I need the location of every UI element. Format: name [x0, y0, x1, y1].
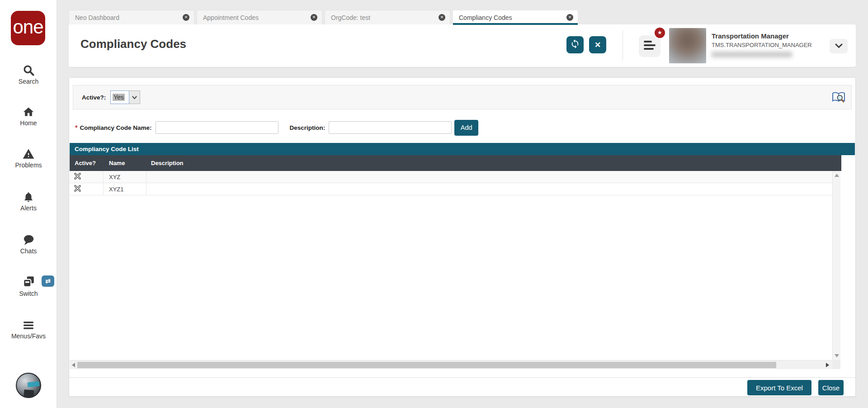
sidebar-item-search[interactable]: Search	[0, 64, 57, 85]
tab-orgcode-test[interactable]: OrgCode: test ✕	[325, 10, 450, 24]
name-cell: XYZ1	[104, 183, 146, 195]
description-cell	[146, 171, 832, 183]
export-to-excel-button[interactable]: Export To Excel	[747, 380, 811, 395]
assistant-avatar[interactable]	[16, 373, 41, 398]
tab-label: OrgCode: test	[331, 14, 370, 21]
scroll-left-arrow[interactable]	[72, 363, 75, 367]
sidebar-item-label: Menus/Favs	[0, 332, 57, 340]
active-filter-select[interactable]: Yes	[110, 90, 140, 104]
active-cell	[70, 171, 104, 183]
scroll-down-arrow[interactable]	[835, 354, 839, 357]
filter-bar: Active?: Yes	[73, 85, 852, 109]
active-filter-label: Active?:	[82, 94, 106, 101]
active-filter-value-box: Yes	[110, 90, 129, 104]
book-search-icon	[832, 98, 845, 105]
warning-icon	[0, 148, 57, 160]
grid-title-bar: Compliancy Code List	[70, 143, 855, 155]
swap-arrows-icon: ⇄	[45, 277, 51, 285]
close-screen-button[interactable]: ✕	[589, 36, 606, 53]
add-code-form: * Compliancy Code Name: Description: Add	[75, 119, 478, 136]
robot-base	[24, 389, 34, 397]
sidebar: one Search Home Problems Alerts Chats Sw…	[0, 0, 57, 408]
sidebar-item-chats[interactable]: Chats	[0, 234, 57, 255]
code-name-label: Compliancy Code Name:	[80, 124, 151, 131]
tab-label: Neo Dashboard	[75, 14, 119, 21]
grid-header-row: Active? Name Description	[70, 155, 841, 171]
horizontal-scrollbar[interactable]	[70, 360, 832, 369]
sidebar-item-label: Home	[0, 119, 57, 127]
scroll-up-arrow[interactable]	[835, 174, 839, 177]
page-title: Compliancy Codes	[80, 37, 186, 51]
scroll-right-arrow[interactable]	[826, 363, 829, 367]
page-header: Compliancy Codes ✕ ★ Transportation Mana…	[69, 24, 856, 67]
chevron-down-icon	[132, 93, 137, 101]
sidebar-item-label: Search	[0, 78, 57, 85]
user-role: TMS.TRANSPORTATION_MANAGER	[712, 42, 812, 48]
switch-swap-badge[interactable]: ⇄	[42, 275, 54, 287]
sidebar-item-alerts[interactable]: Alerts	[0, 191, 57, 212]
favorites-star-badge: ★	[654, 27, 666, 39]
tab-appointment-codes[interactable]: Appointment Codes ✕	[197, 10, 322, 24]
tab-neo-dashboard[interactable]: Neo Dashboard ✕	[69, 10, 194, 24]
description-label: Description:	[290, 124, 326, 131]
hamburger-icon	[0, 319, 57, 331]
add-button[interactable]: Add	[454, 120, 478, 136]
active-cell	[70, 183, 104, 195]
description-input[interactable]	[329, 121, 452, 134]
column-header-name[interactable]: Name	[104, 160, 146, 166]
tab-label: Compliancy Codes	[459, 14, 512, 21]
tab-bar: Neo Dashboard ✕ Appointment Codes ✕ OrgC…	[69, 10, 578, 24]
tab-close-icon[interactable]: ✕	[566, 14, 573, 21]
sidebar-item-label: Switch	[0, 290, 57, 297]
star-icon: ★	[657, 29, 662, 36]
table-row[interactable]: XYZ	[70, 171, 832, 183]
description-cell	[146, 183, 832, 195]
column-header-active[interactable]: Active?	[70, 160, 104, 166]
sidebar-item-problems[interactable]: Problems	[0, 148, 57, 169]
code-name-input[interactable]	[156, 121, 278, 134]
close-button[interactable]: Close	[818, 380, 844, 395]
chevron-down-icon	[835, 42, 843, 50]
grid-body: XYZ XYZ1	[70, 171, 832, 195]
tab-close-icon[interactable]: ✕	[439, 14, 445, 21]
avatar-photo-blur	[669, 28, 706, 63]
user-name: Transportation Manager	[712, 32, 789, 40]
column-header-description[interactable]: Description	[146, 160, 841, 166]
header-divider	[623, 30, 623, 60]
compliancy-codes-panel: Active?: Yes * Compliancy Code Name: Des…	[69, 77, 856, 397]
sidebar-item-label: Problems	[0, 161, 57, 169]
header-menu-button[interactable]	[639, 35, 660, 57]
user-menu-dropdown[interactable]	[830, 39, 848, 53]
user-avatar[interactable]	[669, 28, 706, 63]
bell-icon	[0, 191, 57, 203]
tab-close-icon[interactable]: ✕	[311, 14, 317, 21]
deactivate-x-icon[interactable]	[74, 172, 81, 182]
select-chevron-button[interactable]	[129, 90, 140, 104]
refresh-button[interactable]	[566, 36, 584, 53]
chat-bubble-icon	[0, 234, 57, 246]
search-icon	[0, 64, 57, 76]
sidebar-item-switch[interactable]: Switch ⇄	[0, 275, 57, 297]
vertical-scrollbar[interactable]	[832, 171, 840, 360]
horizontal-scroll-thumb[interactable]	[77, 362, 776, 368]
table-row[interactable]: XYZ1	[70, 183, 832, 195]
required-marker: *	[75, 124, 77, 131]
robot-visor	[27, 381, 39, 388]
scrollbar-corner	[832, 360, 840, 369]
home-icon	[0, 106, 57, 118]
sidebar-item-home[interactable]: Home	[0, 106, 57, 127]
deactivate-x-icon[interactable]	[74, 185, 81, 194]
tab-compliancy-codes[interactable]: Compliancy Codes ✕	[453, 10, 578, 24]
name-cell: XYZ	[104, 171, 146, 183]
lookup-report-button[interactable]	[832, 91, 845, 104]
tab-label: Appointment Codes	[203, 14, 259, 21]
refresh-icon	[570, 39, 580, 51]
sidebar-item-label: Alerts	[0, 204, 57, 212]
sidebar-item-label: Chats	[0, 247, 57, 255]
menu-bar	[644, 48, 654, 50]
one-logo[interactable]: one	[11, 11, 45, 45]
user-org-blurred	[712, 52, 792, 57]
tab-close-icon[interactable]: ✕	[183, 14, 189, 21]
footer-divider	[69, 377, 855, 378]
sidebar-item-menus-favs[interactable]: Menus/Favs	[0, 319, 57, 340]
